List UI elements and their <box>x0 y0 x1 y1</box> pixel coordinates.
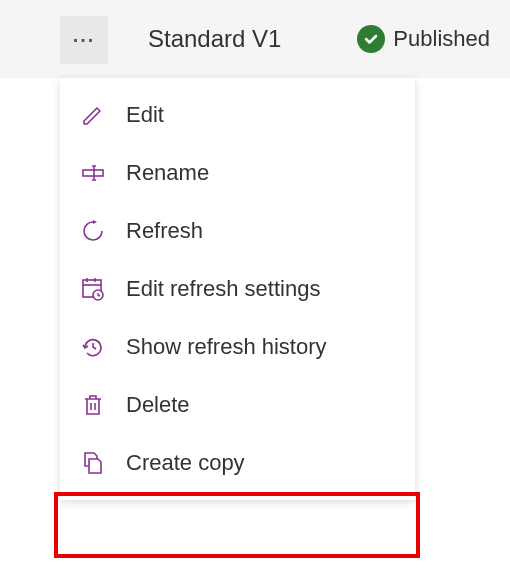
highlight-annotation <box>54 492 420 558</box>
rename-icon <box>80 160 106 186</box>
menu-item-create-copy[interactable]: Create copy <box>60 434 415 492</box>
menu-item-edit-refresh-settings[interactable]: Edit refresh settings <box>60 260 415 318</box>
menu-label: Delete <box>126 392 190 418</box>
pencil-icon <box>80 102 106 128</box>
refresh-icon <box>80 218 106 244</box>
menu-label: Rename <box>126 160 209 186</box>
menu-item-delete[interactable]: Delete <box>60 376 415 434</box>
menu-item-refresh[interactable]: Refresh <box>60 202 415 260</box>
menu-label: Create copy <box>126 450 245 476</box>
more-horizontal-icon: ··· <box>73 29 96 52</box>
menu-label: Refresh <box>126 218 203 244</box>
context-menu: Edit Rename Refresh <box>60 78 415 500</box>
checkmark-circle-icon <box>357 25 385 53</box>
more-options-button[interactable]: ··· <box>60 16 108 64</box>
page-title: Standard V1 <box>148 25 281 53</box>
calendar-clock-icon <box>80 276 106 302</box>
menu-item-show-refresh-history[interactable]: Show refresh history <box>60 318 415 376</box>
menu-item-edit[interactable]: Edit <box>60 86 415 144</box>
status-text: Published <box>393 26 490 52</box>
copy-icon <box>80 450 106 476</box>
trash-icon <box>80 392 106 418</box>
menu-item-rename[interactable]: Rename <box>60 144 415 202</box>
history-icon <box>80 334 106 360</box>
svg-rect-0 <box>83 170 103 176</box>
status-badge: Published <box>357 25 490 53</box>
menu-label: Edit refresh settings <box>126 276 320 302</box>
menu-label: Show refresh history <box>126 334 327 360</box>
menu-label: Edit <box>126 102 164 128</box>
header-bar: ··· Standard V1 Published <box>0 0 510 78</box>
